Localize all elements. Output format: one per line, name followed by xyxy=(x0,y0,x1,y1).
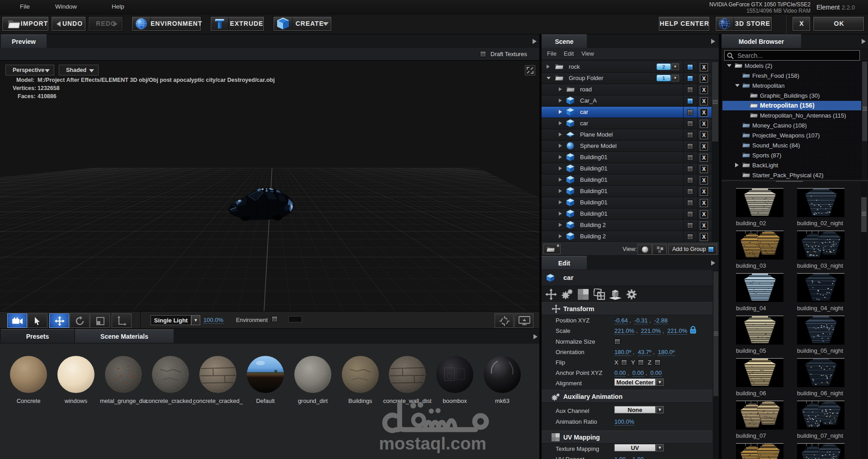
svg-text:mostaql.com: mostaql.com xyxy=(379,434,486,453)
